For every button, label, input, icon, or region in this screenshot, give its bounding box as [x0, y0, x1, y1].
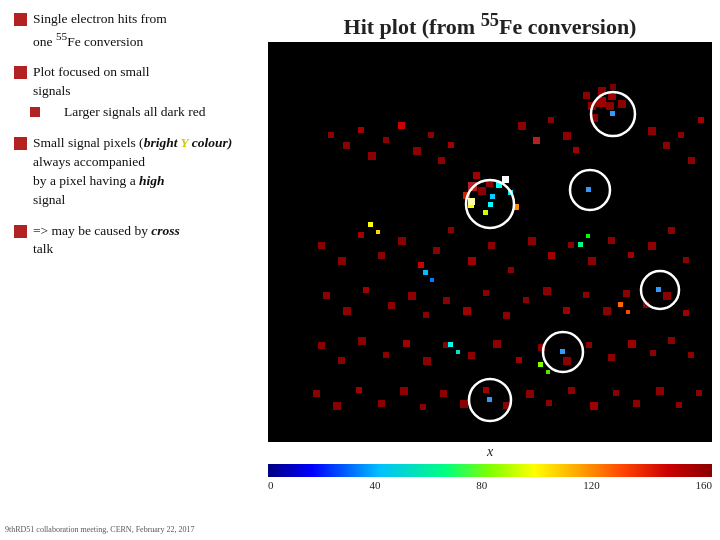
svg-rect-40 [433, 247, 440, 254]
svg-rect-39 [418, 262, 424, 268]
svg-rect-103 [568, 387, 575, 394]
svg-rect-68 [603, 307, 611, 315]
svg-rect-33 [698, 117, 704, 123]
hit-plot-svg [268, 42, 712, 442]
bullet-4-square [14, 225, 27, 238]
svg-rect-108 [676, 402, 682, 408]
svg-rect-120 [368, 222, 373, 227]
svg-rect-46 [548, 252, 555, 259]
svg-rect-85 [586, 342, 592, 348]
svg-rect-127 [546, 370, 550, 374]
svg-rect-35 [338, 257, 346, 265]
svg-rect-22 [438, 157, 445, 164]
colorbar-gradient [268, 464, 712, 477]
svg-rect-121 [376, 230, 380, 234]
footer-text: 9thRD51 collaboration meeting, CERN, Feb… [5, 525, 195, 534]
bullet-1: Single electron hits from one 55Fe conve… [14, 10, 260, 53]
svg-rect-58 [408, 292, 416, 300]
svg-rect-104 [590, 402, 598, 410]
svg-rect-122 [618, 302, 623, 307]
svg-rect-13 [473, 172, 480, 179]
svg-rect-112 [490, 194, 495, 199]
svg-rect-2 [606, 102, 614, 110]
svg-rect-38 [398, 237, 406, 245]
svg-rect-25 [533, 137, 540, 144]
svg-rect-65 [543, 287, 551, 295]
colorbar-tick-0: 0 [268, 479, 274, 491]
bullet-1-square [14, 13, 27, 26]
colorbar-tick-120: 120 [583, 479, 600, 491]
svg-rect-62 [483, 290, 489, 296]
svg-rect-126 [538, 362, 543, 367]
svg-rect-94 [378, 400, 385, 407]
right-panel: x 0 40 80 120 160 [268, 42, 712, 497]
svg-rect-24 [518, 122, 526, 130]
svg-rect-106 [633, 400, 640, 407]
svg-rect-63 [503, 312, 510, 319]
svg-rect-76 [383, 352, 389, 358]
svg-rect-67 [583, 292, 589, 298]
svg-rect-30 [663, 142, 670, 149]
bullet-2: Plot focused on small signals Larger sig… [14, 63, 260, 124]
svg-rect-89 [668, 337, 675, 344]
svg-rect-99 [483, 387, 489, 393]
svg-rect-23 [448, 142, 454, 148]
bullet-2-text: Plot focused on small signals [33, 63, 150, 101]
svg-rect-109 [696, 390, 702, 396]
svg-rect-116 [423, 270, 428, 275]
svg-rect-15 [343, 142, 350, 149]
svg-rect-138 [488, 202, 493, 207]
svg-rect-61 [463, 307, 471, 315]
svg-rect-80 [468, 352, 475, 359]
plot-area [268, 42, 712, 442]
svg-rect-82 [516, 357, 522, 363]
svg-rect-87 [628, 340, 636, 348]
svg-rect-98 [460, 400, 468, 408]
svg-rect-97 [440, 390, 447, 397]
svg-rect-86 [608, 354, 615, 361]
svg-rect-50 [628, 252, 634, 258]
bullet-3-square [14, 137, 27, 150]
svg-rect-48 [588, 257, 596, 265]
bullet-3: Small signal pixels (bright Y colour) al… [14, 134, 260, 212]
svg-rect-123 [626, 310, 630, 314]
svg-rect-45 [528, 237, 536, 245]
svg-rect-66 [563, 307, 570, 314]
svg-rect-77 [403, 340, 410, 347]
svg-rect-119 [586, 234, 590, 238]
svg-rect-92 [333, 402, 341, 410]
svg-rect-59 [423, 312, 429, 318]
svg-rect-43 [488, 242, 495, 249]
bullet-4-text: => may be caused by cross talk [33, 222, 180, 260]
svg-rect-60 [443, 297, 450, 304]
svg-rect-34 [318, 242, 325, 249]
svg-rect-47 [568, 242, 574, 248]
svg-rect-14 [328, 132, 334, 138]
bullet-1-text: Single electron hits from one 55Fe conve… [33, 10, 167, 51]
svg-rect-107 [656, 387, 664, 395]
svg-rect-28 [573, 147, 579, 153]
svg-rect-95 [400, 387, 408, 395]
svg-rect-42 [468, 257, 476, 265]
svg-rect-102 [546, 400, 552, 406]
svg-rect-17 [368, 152, 376, 160]
svg-rect-20 [413, 147, 421, 155]
svg-rect-44 [508, 267, 514, 273]
svg-rect-128 [502, 176, 509, 183]
svg-rect-36 [358, 232, 364, 238]
svg-rect-37 [378, 252, 385, 259]
svg-rect-51 [648, 242, 656, 250]
svg-rect-75 [358, 337, 366, 345]
svg-rect-32 [688, 157, 695, 164]
colorbar-ticks: 0 40 80 120 160 [268, 479, 712, 491]
svg-rect-96 [420, 404, 426, 410]
svg-rect-16 [358, 127, 364, 133]
svg-rect-7 [610, 84, 616, 90]
svg-rect-141 [487, 397, 492, 402]
svg-rect-125 [456, 350, 460, 354]
svg-rect-18 [383, 137, 389, 143]
svg-rect-118 [578, 242, 583, 247]
svg-rect-56 [363, 287, 369, 293]
svg-rect-31 [678, 132, 684, 138]
svg-rect-114 [483, 210, 488, 215]
